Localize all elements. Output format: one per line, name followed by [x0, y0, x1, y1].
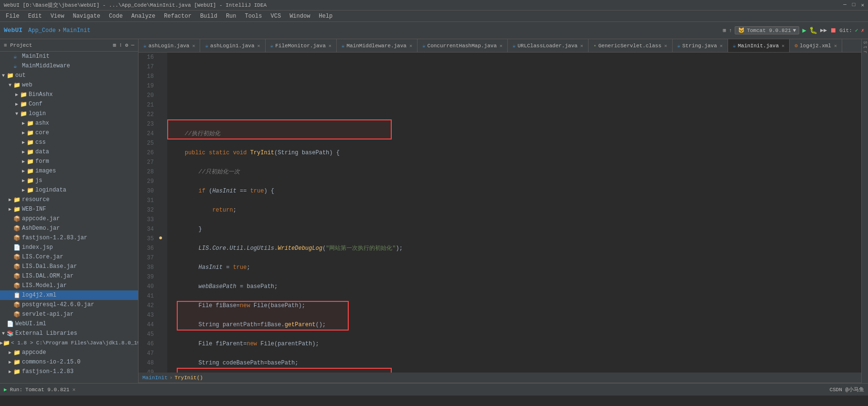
tab-close-string[interactable]: ✕ [720, 43, 723, 49]
tab-concurrenthashmap[interactable]: ☕ ConcurrentHashMap.java ✕ [418, 39, 508, 52]
menu-file[interactable]: File [2, 12, 23, 21]
breadcrumb-app-code[interactable]: App_Code [28, 27, 56, 34]
folder-icon-css: 📁 [27, 139, 34, 146]
sidebar-item-images[interactable]: ▶ 📁 images [0, 166, 138, 176]
menu-navigate[interactable]: Navigate [69, 12, 104, 21]
menu-help[interactable]: Help [315, 12, 336, 21]
sidebar-item-fastjson-lib[interactable]: ▶ 📁 fastjson-1.2.83 [0, 367, 138, 376]
sidebar-close-icon[interactable]: — [131, 42, 134, 48]
tab-close-log4j2[interactable]: ✕ [834, 43, 837, 49]
tab-close-concurrent[interactable]: ✕ [500, 43, 503, 49]
sidebar-item-core[interactable]: ▶ 📁 core [0, 128, 138, 138]
sidebar-item-fastjson-jar[interactable]: 📦 fastjson-1.2.83.jar [0, 233, 138, 243]
sidebar-item-lisdalbase-jar[interactable]: 📦 LIS.Dal.Base.jar [0, 262, 138, 271]
sidebar-item-data[interactable]: ▶ 📁 data [0, 147, 138, 157]
menu-edit[interactable]: Edit [24, 12, 46, 21]
run-coverage-btn[interactable]: ▶▶ [820, 27, 827, 34]
sidebar-item-commons-io[interactable]: ▶ 📁 commons-io-2.15.0 [0, 357, 138, 367]
tab-close-urlclassloader[interactable]: ✕ [580, 43, 583, 49]
sidebar-item-postgresql-jar[interactable]: 📦 postgresql-42.6.0.jar [0, 300, 138, 310]
sidebar-item-index-jsp[interactable]: 📄 index.jsp [0, 243, 138, 252]
tab-close-maininit[interactable]: ✕ [782, 43, 784, 49]
sidebar-item-out[interactable]: ▼ 📁 out [0, 71, 138, 80]
menu-tools[interactable]: Tools [241, 12, 266, 21]
toolbar-icon-1[interactable]: ⊞ [723, 27, 726, 33]
tab-close-mainmiddleware[interactable]: ✕ [409, 43, 412, 49]
tab-close-ashlogin[interactable]: ✕ [192, 43, 195, 49]
line-numbers: 16 17 18 19 20 21 22 23 24 25 26 27 28 2… [139, 53, 158, 373]
toolbar-icon-2[interactable]: ↑ [729, 28, 732, 33]
stop-btn[interactable]: ⏹ [830, 27, 836, 34]
menu-view[interactable]: View [47, 12, 68, 21]
close-icon[interactable]: ✕ [861, 2, 864, 8]
tab-mainmiddleware[interactable]: ☕ MainMiddleware.java ✕ [337, 39, 418, 52]
menu-code[interactable]: Code [105, 12, 127, 21]
run-btn[interactable]: ▶ [802, 26, 806, 34]
code-content[interactable]: //执行初始化 public static void TryInit(Strin… [167, 53, 861, 373]
sidebar-item-form[interactable]: ▶ 📁 form [0, 157, 138, 166]
tab-maininit[interactable]: ☕ MainInit.java ✕ [728, 39, 790, 52]
jar-icon-liscore: 📦 [13, 254, 21, 261]
sidebar-item-jdk18[interactable]: ▶ 📁 < 1.8 > C:\Program Files\Java\jdk1.8… [0, 338, 138, 348]
sidebar-item-mainmiddleware[interactable]: ☕ MainMiddleware [0, 61, 138, 71]
folder-icon-fastjson-lib: 📁 [13, 368, 21, 375]
sidebar-item-js[interactable]: ▶ 📁 js [0, 176, 138, 185]
run-close-icon[interactable]: ✕ [72, 386, 75, 393]
tab-urlclassloader[interactable]: ☕ URLClassLoader.java ✕ [508, 39, 589, 52]
sidebar-item-logindata[interactable]: ▶ 📁 logindata [0, 185, 138, 195]
git-check[interactable]: ✓ [855, 27, 858, 33]
tab-string[interactable]: ☕ String.java ✕ [673, 39, 728, 52]
sidebar-item-webinf[interactable]: ▶ 📁 WEB-INF [0, 204, 138, 214]
breadcrumb-main-init[interactable]: MainInit [63, 27, 91, 34]
debug-btn[interactable]: 🐛 [809, 26, 817, 34]
side-icon-2[interactable]: t [862, 46, 868, 49]
sidebar-item-resource[interactable]: ▶ 📁 resource [0, 195, 138, 204]
sidebar-item-ashx[interactable]: ▶ 📁 ashx [0, 118, 138, 128]
tab-log4j2[interactable]: ⚙ log4j2.xml ✕ [790, 39, 842, 52]
sidebar-item-css[interactable]: ▶ 📁 css [0, 138, 138, 147]
sidebar-item-log4j2-xml[interactable]: 📋 log4j2.xml [0, 290, 138, 300]
tomcat-icon: 🐱 [738, 27, 745, 33]
sidebar-item-lisdalorm-jar[interactable]: 📦 LIS.DAL.ORM.jar [0, 271, 138, 281]
sidebar-icon-2[interactable]: ↕ [119, 42, 122, 48]
menu-vcs[interactable]: VCS [267, 12, 285, 21]
sidebar-item-web[interactable]: ▼ 📁 web [0, 80, 138, 90]
side-icon-3[interactable]: r [862, 51, 868, 53]
menu-run[interactable]: Run [222, 12, 240, 21]
tab-filemonitor[interactable]: ☕ FileMonitor.java ✕ [266, 39, 337, 52]
side-icon-1[interactable]: S [862, 41, 868, 44]
breadcrumb-tryinit[interactable]: TryInit() [174, 375, 203, 381]
tab-close-filemonitor[interactable]: ✕ [329, 43, 332, 49]
sidebar-item-login[interactable]: ▼ 📁 login [0, 109, 138, 118]
sidebar-item-maininit[interactable]: ☕ MainInit [0, 52, 138, 61]
tab-close-ashlogin1[interactable]: ✕ [257, 43, 260, 49]
menu-refactor[interactable]: Refactor [160, 12, 195, 21]
menu-build[interactable]: Build [196, 12, 221, 21]
tab-ashlogin[interactable]: ☕ ashLogin.java ✕ [139, 39, 200, 52]
maximize-icon[interactable]: □ [852, 2, 856, 8]
tab-ashlogin1[interactable]: ☕ ashLogin1.java ✕ [200, 39, 265, 52]
minimize-icon[interactable]: ─ [843, 2, 847, 8]
sidebar-item-conf[interactable]: ▶ 📁 Conf [0, 99, 138, 109]
sidebar-item-ashdemo-jar[interactable]: 📦 AshDemo.jar [0, 224, 138, 233]
sidebar-item-appcode-jar[interactable]: 📦 appcode.jar [0, 214, 138, 224]
sidebar-item-webuilml[interactable]: 📄 WebUI.iml [0, 319, 138, 329]
tomcat-label: Tomcat 9.0.821 [747, 28, 791, 33]
tomcat-dropdown-icon[interactable]: ▼ [793, 28, 796, 33]
sidebar-settings-icon[interactable]: ⚙ [125, 42, 129, 48]
run-panel: ▶ Run: Tomcat 9.0.821 ✕ CSDN @小马鱼 [0, 383, 868, 395]
sidebar-item-binashx[interactable]: ▶ 📁 BinAshx [0, 90, 138, 99]
sidebar-item-external-libraries[interactable]: ▼ 📚 External Libraries [0, 329, 138, 338]
tab-close-genericservlet[interactable]: ✕ [664, 43, 667, 49]
code-editor[interactable]: 16 17 18 19 20 21 22 23 24 25 26 27 28 2… [139, 53, 861, 373]
sidebar-item-liscore-jar[interactable]: 📦 LIS.Core.jar [0, 252, 138, 262]
menu-window[interactable]: Window [286, 12, 314, 21]
menu-analyze[interactable]: Analyze [128, 12, 159, 21]
git-x[interactable]: ✗ [861, 27, 864, 33]
tab-genericservlet[interactable]: ▪ GenericServlet.class ✕ [589, 39, 673, 52]
sidebar-item-appcode-lib[interactable]: ▶ 📁 appcode [0, 348, 138, 357]
sidebar-item-lismodel-jar[interactable]: 📦 LIS.Model.jar [0, 281, 138, 290]
breadcrumb-maininit[interactable]: MainInit [142, 375, 168, 381]
sidebar-item-servlet-jar[interactable]: 📦 servlet-api.jar [0, 310, 138, 319]
sidebar-icon-1[interactable]: ⊞ [113, 42, 117, 48]
